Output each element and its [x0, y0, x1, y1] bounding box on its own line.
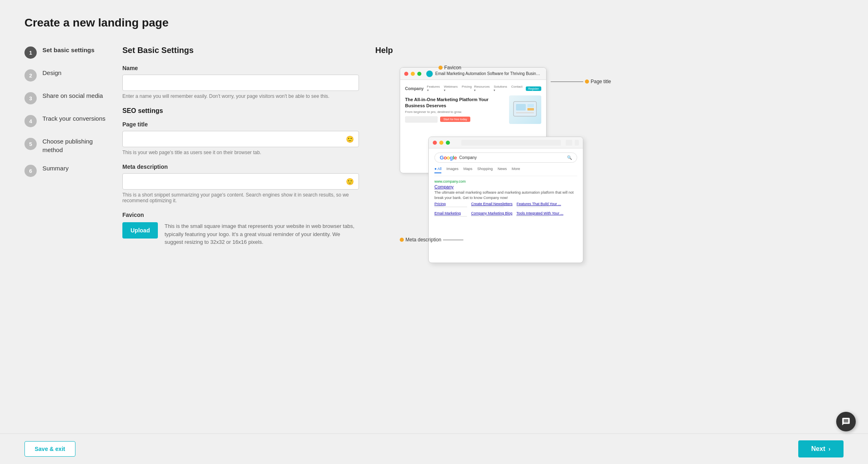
step-3[interactable]: 3 Share on social media [24, 91, 106, 104]
search-query: Company [459, 155, 477, 160]
result-link-4: Email Marketing [434, 211, 467, 215]
hero-subtitle: From beginner to pro, destined to grow. [405, 110, 505, 114]
step-3-label: Share on social media [42, 91, 103, 100]
company-logo: Company [405, 86, 424, 91]
svg-rect-3 [527, 108, 534, 110]
step-3-circle: 3 [24, 92, 37, 104]
step-1-circle: 1 [24, 46, 37, 59]
name-input[interactable] [122, 75, 359, 91]
step-6[interactable]: 6 Summary [24, 164, 106, 177]
result-link-1: Pricing [434, 202, 467, 206]
step-5-circle: 5 [24, 138, 37, 150]
meta-description-field-group: Meta description 🙂 This is a short snipp… [122, 164, 359, 203]
name-label: Name [122, 65, 359, 71]
step-2-label: Design [42, 68, 62, 77]
search-tabs: ● All Images Maps Shopping News More [434, 167, 577, 176]
chat-button[interactable] [836, 412, 856, 431]
step-1-label: Set basic settings [42, 46, 95, 54]
help-title: Help [375, 46, 844, 55]
result-desc: The ultimate email marketing software an… [434, 190, 577, 200]
start-btn-preview: Start for free today [440, 117, 470, 122]
emoji-icon-meta[interactable]: 🙂 [346, 178, 354, 186]
result-links: Pricing Create Email Newsletters Feature… [434, 202, 577, 217]
form-section-title: Set Basic Settings [122, 46, 359, 55]
favicon-annotation-label: Favicon [444, 65, 461, 71]
nav-links: Features ▾ Webinars ▾ Pricing Resources … [427, 85, 523, 92]
dot-red-front [433, 141, 437, 145]
help-area: Help Email Marketing Automation Software… [375, 46, 844, 259]
step-4-circle: 4 [24, 115, 37, 127]
save-exit-button[interactable]: Save & exit [24, 441, 75, 457]
steps-sidebar: 1 Set basic settings 2 Design 3 Share on… [24, 46, 106, 259]
form-area: Set Basic Settings Name Enter a name you… [122, 46, 359, 259]
next-arrow-icon: › [828, 446, 830, 452]
favicon-annotation-dot [438, 66, 443, 70]
meta-annotation-dot [400, 238, 404, 242]
page-title-input[interactable] [122, 131, 359, 147]
hero-image-preview [509, 95, 541, 124]
favicon-field-group: Favicon Upload This is the small square … [122, 212, 359, 246]
page-title-annotation-label: Page title [591, 79, 611, 84]
dot-yellow [411, 72, 415, 76]
page-title-field-group: Page title 🙂 This is your web page's tit… [122, 121, 359, 155]
chat-icon [841, 417, 850, 426]
meta-description-input[interactable] [122, 173, 359, 190]
google-logo: Google [440, 155, 457, 161]
favicon-annotation: Favicon [438, 65, 461, 71]
help-visual: Email Marketing Automation Software for … [375, 63, 844, 259]
step-1[interactable]: 1 Set basic settings [24, 46, 106, 59]
hero-title: The All-in-One Marketing Platform Your B… [405, 97, 505, 108]
dot-green [417, 72, 421, 76]
page-title-annotation-line [551, 82, 583, 82]
page-title: Create a new landing page [24, 16, 844, 29]
meta-label: Meta description [122, 164, 359, 170]
name-field-group: Name Enter a name you will remember easi… [122, 65, 359, 99]
meta-annotation-line [443, 240, 463, 240]
seo-heading: SEO settings [122, 107, 359, 115]
step-2[interactable]: 2 Design [24, 68, 106, 82]
page-title-hint: This is your web page's title as users s… [122, 150, 359, 155]
step-4-label: Track your conversions [42, 114, 106, 123]
meta-annotation: Meta description [400, 237, 463, 243]
emoji-icon-page-title[interactable]: 🙂 [346, 135, 354, 143]
svg-rect-1 [516, 104, 526, 110]
step-5[interactable]: 5 Choose publishing method [24, 137, 106, 154]
result-link-5: Company Marketing Blog [471, 211, 512, 215]
step-2-circle: 2 [24, 69, 37, 82]
favicon-hint: This is the small square image that repr… [164, 222, 359, 246]
step-6-label: Summary [42, 164, 69, 172]
favicon-label: Favicon [122, 212, 359, 218]
result-link-3: Features That Build Your ... [517, 202, 561, 206]
step-5-label: Choose publishing method [42, 137, 106, 154]
upload-button[interactable]: Upload [122, 222, 158, 239]
step-4[interactable]: 4 Track your conversions [24, 114, 106, 127]
dot-yellow-front [439, 141, 443, 145]
page-title-annotation: Page title [551, 79, 611, 84]
svg-rect-2 [527, 104, 534, 107]
register-btn-preview: Register [526, 86, 541, 91]
page-title-label: Page title [122, 121, 359, 128]
tab-title-preview: Email Marketing Automation Software for … [435, 71, 542, 76]
step-6-circle: 6 [24, 165, 37, 177]
dot-green-front [446, 141, 450, 145]
name-hint: Enter a name you will remember easily. D… [122, 93, 359, 99]
footer-bar: Save & exit Next › [0, 433, 868, 464]
meta-hint: This is a short snippet summarizing your… [122, 192, 359, 203]
next-button[interactable]: Next › [798, 440, 844, 457]
result-link-6: Tools Integrated With Your ... [516, 211, 563, 215]
result-url: www.company.com [434, 179, 577, 183]
search-result: www.company.com Company The ultimate ema… [434, 179, 577, 217]
page-title-annotation-dot [585, 80, 589, 84]
result-title: Company [434, 184, 577, 189]
dot-red [404, 72, 408, 76]
svg-rect-4 [516, 112, 534, 113]
favicon-preview-dot [426, 71, 433, 77]
meta-annotation-label: Meta description [405, 237, 441, 243]
result-link-2: Create Email Newsletters [471, 202, 513, 206]
browser-search-mockup: Google Company 🔍 ● All Images Maps [428, 137, 583, 263]
